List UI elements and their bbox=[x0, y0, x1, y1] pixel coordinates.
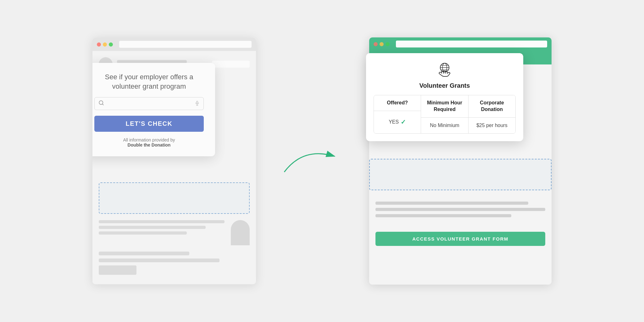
left-browser-window: See if your employer offers a volunteer … bbox=[92, 38, 256, 284]
corp-donation-header-text: Corporate Donation bbox=[480, 100, 504, 112]
info-line1: All information provided by bbox=[123, 137, 175, 142]
globe-icon-container bbox=[435, 61, 454, 80]
right-addressbar bbox=[396, 41, 547, 47]
grants-table: Offered? YES ✓ Minimum Hour Required No … bbox=[374, 95, 516, 134]
main-scene: See if your employer offers a volunteer … bbox=[39, 37, 605, 285]
right-popup-card: Volunteer Grants Offered? YES ✓ Minimum … bbox=[366, 53, 523, 141]
tl-yellow-right bbox=[380, 42, 384, 46]
left-popup-card: See if your employer offers a volunteer … bbox=[92, 63, 215, 156]
access-volunteer-grant-button[interactable]: ACCESS VOLUNTEER GRANT FORM bbox=[375, 232, 545, 246]
grants-col-min-hour-header: Minimum Hour Required bbox=[421, 95, 468, 118]
grants-col-corp-donation: Corporate Donation $25 per hours bbox=[469, 95, 515, 133]
popup-heading: See if your employer offers a volunteer … bbox=[94, 72, 204, 91]
svg-line-1 bbox=[102, 104, 103, 105]
tl-green-right bbox=[386, 42, 390, 46]
grants-col-offered-value: YES ✓ bbox=[374, 111, 421, 133]
grants-col-offered: Offered? YES ✓ bbox=[374, 95, 421, 133]
grants-col-corp-donation-header: Corporate Donation bbox=[469, 95, 515, 118]
offered-value-text: YES bbox=[389, 119, 399, 125]
right-traffic-lights bbox=[374, 42, 390, 46]
grants-col-min-hour: Minimum Hour Required No Minimium bbox=[421, 95, 468, 133]
left-dashed-box bbox=[99, 182, 250, 214]
globe-hands-icon bbox=[435, 61, 454, 80]
skeleton-footer-2 bbox=[99, 258, 219, 262]
right-titlebar bbox=[369, 37, 552, 51]
skeleton-search-bar bbox=[212, 61, 250, 68]
lets-check-button[interactable]: LET'S CHECK bbox=[94, 116, 204, 132]
tl-yellow-left bbox=[103, 42, 107, 47]
info-bold: Double the Donation bbox=[128, 142, 171, 147]
left-traffic-lights bbox=[97, 42, 113, 47]
search-input[interactable] bbox=[107, 101, 195, 106]
right-browser-wrapper: ACCESS VOLUNTEER GRANT FORM bbox=[369, 37, 552, 285]
mic-icon bbox=[195, 101, 200, 107]
skeleton-person bbox=[231, 220, 250, 245]
tl-red-right bbox=[374, 42, 378, 46]
left-titlebar bbox=[92, 38, 256, 51]
grants-col-offered-header: Offered? bbox=[374, 95, 421, 111]
skeleton-content-row bbox=[99, 220, 250, 245]
arrow-svg bbox=[278, 141, 347, 181]
left-addressbar bbox=[119, 41, 252, 48]
skeleton-footer-1 bbox=[99, 252, 189, 255]
min-hour-header-text: Minimum Hour Required bbox=[427, 100, 462, 112]
check-mark-icon: ✓ bbox=[401, 118, 406, 126]
grants-col-corp-donation-value: $25 per hours bbox=[469, 118, 515, 133]
right-dashed-box bbox=[369, 159, 552, 190]
grants-col-min-hour-value: No Minimium bbox=[421, 118, 468, 133]
search-icon bbox=[98, 100, 104, 107]
offered-header-text: Offered? bbox=[387, 100, 408, 105]
search-box[interactable] bbox=[94, 97, 204, 110]
svg-rect-2 bbox=[197, 101, 198, 103]
skeleton-col-1 bbox=[99, 220, 225, 245]
right-skeleton-area bbox=[369, 197, 552, 229]
corp-donation-value-text: $25 per hours bbox=[476, 123, 508, 128]
skeleton-button bbox=[99, 265, 136, 275]
tl-green-left bbox=[109, 42, 113, 47]
volunteer-grants-title: Volunteer Grants bbox=[374, 82, 516, 89]
min-hour-value-text: No Minimium bbox=[430, 123, 459, 128]
tl-red-left bbox=[97, 42, 101, 47]
info-text: All information provided by Double the D… bbox=[94, 137, 204, 147]
